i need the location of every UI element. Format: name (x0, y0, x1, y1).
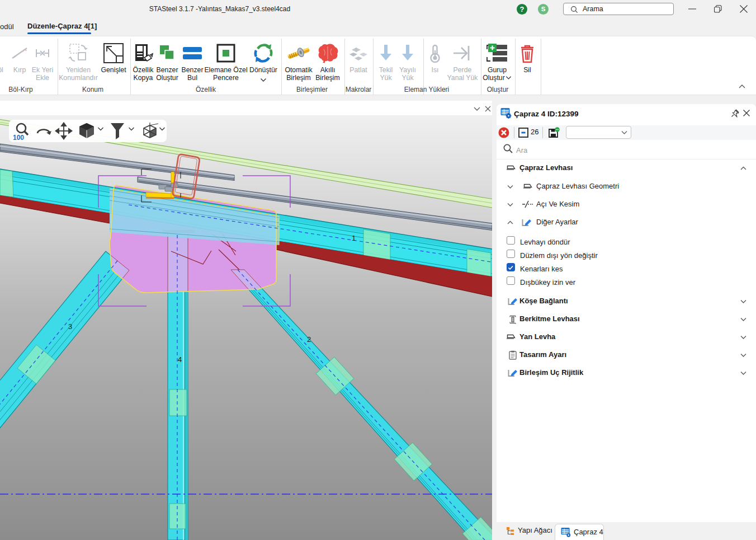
svg-text:1: 1 (352, 234, 356, 242)
svg-text:2: 2 (307, 335, 311, 344)
svg-text:3: 3 (68, 322, 72, 331)
svg-text:4: 4 (178, 355, 182, 364)
svg-text:100: 100 (13, 134, 24, 142)
